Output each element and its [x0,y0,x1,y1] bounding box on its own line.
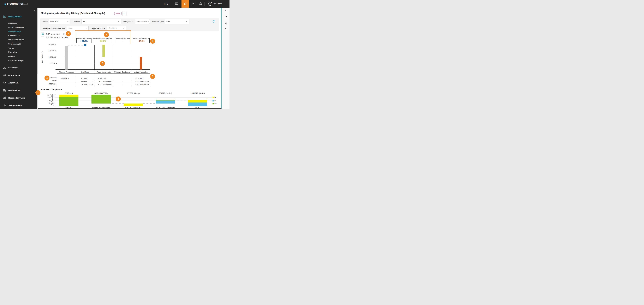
bar-ore-mined[interactable] [84,44,86,46]
compliance-bar-planned-G[interactable] [59,95,78,97]
legend-swatch [212,103,214,104]
cell-grade: 153ppm [143,84,150,85]
compliance-bar-planned-and-mined-G[interactable] [124,104,143,106]
sidebar-item-dashboards[interactable]: Dashboards [8,89,20,91]
heart-pulse-icon [3,104,6,107]
sub-cell: - [113,74,132,77]
callout-bracket-right [131,30,131,44]
right-panel-collapse-button[interactable]: « [225,9,226,11]
callout-bracket-top [75,30,131,31]
measure-type-value: Raw [166,20,185,22]
balance-scales-icon[interactable] [224,16,227,18]
more-options-button[interactable]: ... [122,11,126,16]
cell-value: 371,231t [76,78,87,79]
sidebar-item-approvals[interactable]: Approvals [8,82,18,84]
column-divider [113,45,113,70]
legend-item-H: H [212,100,216,102]
cell-grade: - [106,78,113,79]
chart1-data-table: Planned Production Ore Mined Waste Movem… [57,70,150,86]
settings-tab-active[interactable] [182,0,189,8]
location-dropdown[interactable]: All [82,19,121,24]
sidebar-item-outliers[interactable]: Outliers [8,55,15,58]
sidebar-item-pivot-view[interactable]: Pivot View [8,51,17,53]
folder-icon[interactable] [224,28,227,31]
chart-menu-button[interactable] [41,32,44,36]
compliance-bar-mined-H[interactable] [188,102,207,106]
sidebar-item-continuum[interactable]: Continuum [8,22,17,24]
sidebar-item-embedded-analysis[interactable]: Embedded Analysis [8,60,24,62]
cell-grade: 153ppm [106,84,113,85]
measure-type-dropdown[interactable]: Raw [165,19,189,24]
sidebar-item-spatial-analysis[interactable]: Spatial Analysis [8,43,21,45]
info-icon[interactable] [198,2,202,6]
sidebar-item-stockpiles[interactable]: Stockpiles [8,66,18,69]
sidebar-item-data-analysis[interactable]: Data Analysis [8,16,22,18]
bar-planned-production[interactable] [65,46,68,70]
x-axis-line [57,70,150,70]
gridline [55,98,212,98]
monitor-pulse-icon[interactable] [174,2,178,6]
stockpile-groups-dropdown[interactable]: None [66,26,88,31]
cell-value: 1,794,730t [94,78,106,79]
compliance-bar-planned-H2[interactable] [59,97,78,106]
col-header: Ore Mined [76,71,94,74]
summary-box-label: Unknown [119,37,127,39]
cell-value: 2,165,961t [57,78,69,79]
annotation-circle-1: 1 [66,31,71,36]
sidebar-item-crusher-feed[interactable]: Crusher Feed [8,35,20,37]
period-label: Period [42,21,48,23]
summary-box-label: Mine Production [135,37,148,39]
annotation-circle-6: 6 [100,61,105,66]
cell-value: - [113,84,132,85]
designation-dropdown[interactable]: Ore and Waste [135,19,150,24]
table-row-difference: 97,963t0ppm -1,121,365t153ppm - -1,023,4… [57,83,150,86]
annotation-circle-7: 7 [36,90,40,95]
cell-value: 97,963t [76,84,87,85]
compliance-bar-mined-not-planned-H[interactable] [156,100,175,104]
cell-value: -1,121,365t [94,84,106,85]
horizontal-scrollbar[interactable] [38,108,222,109]
brand-logo: Reconcilor [7,2,24,6]
stockpile-groups-value: None [68,27,84,29]
approval-status-dropdown[interactable]: Combined [107,26,126,31]
cell-value: 2,165,961t [132,78,143,79]
compliance-bar-planned-not-mined-H2[interactable] [92,95,111,104]
sidebar-item-reconcilor-tasks[interactable]: Reconcilor Tasks [8,97,25,99]
avatar[interactable]: R [208,2,212,6]
sidebar-item-mining-analysis[interactable]: Mining Analysis [8,30,21,32]
sidebar-item-trends[interactable]: Trends [8,47,14,49]
sidebar-scrollbar-thumb[interactable] [37,8,38,74]
y-tick: 1,082,981 [42,100,54,101]
bar-waste-movements[interactable] [102,45,105,57]
summary-box-unknown: Unknown - [116,38,130,43]
compliance-bar-mined-G[interactable] [188,100,207,102]
gear-icon [184,2,187,6]
home-pin-icon[interactable] [191,2,195,6]
sidebar-item-system-health[interactable]: System Health [8,104,22,106]
period-dropdown[interactable]: May 2019 [49,19,70,24]
chart1-title: 3MP vs Actual [46,33,60,35]
legend-swatch [212,97,214,98]
sidebar-collapse-button[interactable]: « [34,9,35,12]
sidebar-item-grade-block[interactable]: Grade Block [8,74,20,76]
designation-value: Ore and Waste [136,21,147,22]
legend-label: G [214,96,216,98]
table-row-planned: 2,165,961t 371,231t- 1,794,730t- - 2,165… [57,77,150,80]
compliance-title: Mine Plan Compliance [41,88,62,90]
rtm-label[interactable]: RTM [164,3,168,5]
legend-label: H2 [214,103,216,104]
waterfall-connector [175,100,188,100]
legend-item-G: G [212,96,216,98]
sidebar-item-material-movement[interactable]: Material Movement [8,39,24,41]
bar-chart-icon[interactable] [224,22,227,24]
annotation-circle-4: 4 [44,76,50,80]
sidebar-item-model-comparison[interactable]: Model Comparison [8,26,24,28]
chart1-info-icon[interactable]: i [63,33,66,35]
row-label-difference: Difference [42,83,56,85]
cell-grade: 0ppm [87,84,94,85]
username[interactable]: recAdmin [214,3,222,5]
cell-value: - [113,78,132,79]
bar-actual-production[interactable] [140,57,142,70]
y-tick: 1,624,471 [42,97,54,98]
refresh-icon[interactable] [212,20,216,23]
